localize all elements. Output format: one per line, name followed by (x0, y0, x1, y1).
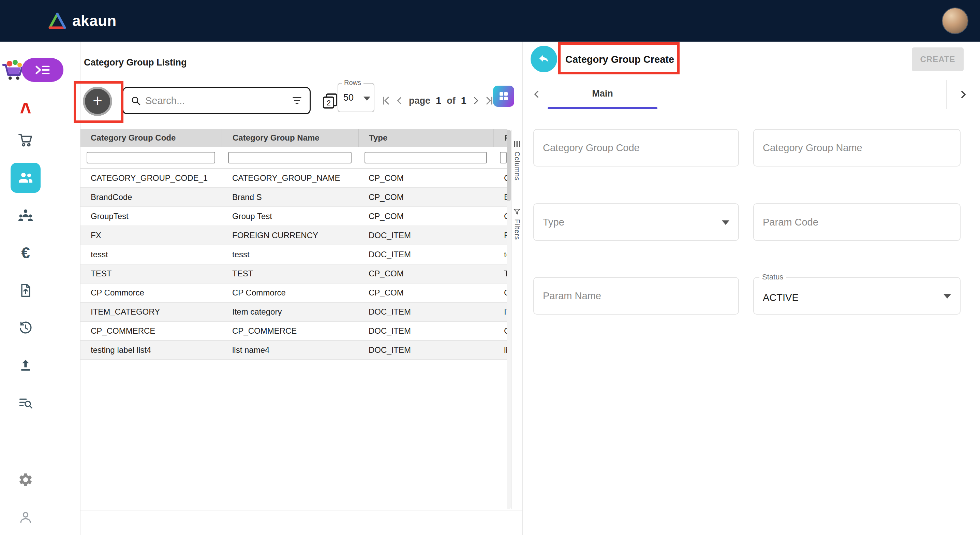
table-body: CATEGORY_GROUP_CODE_1CATEGORY_GROUP_NAME… (81, 169, 508, 359)
table-cell: testing label list4 (81, 340, 222, 359)
sidebar-item-cart[interactable] (13, 127, 38, 153)
column-filter-input[interactable] (228, 152, 352, 163)
table-cell: Group Test (222, 207, 358, 226)
sidebar-item-groups[interactable] (13, 202, 38, 228)
history-icon (18, 320, 33, 335)
table-cell: te (494, 245, 508, 264)
table-cell: CP_COM (358, 264, 494, 283)
next-page-button[interactable] (471, 96, 481, 106)
table-cell: FX (81, 226, 222, 245)
table-cell: CATEGORY_GROUP_CODE_1 (81, 169, 222, 188)
status-value: ACTIVE (763, 281, 799, 314)
table-scrollbar[interactable] (507, 129, 511, 509)
tabs-scroll-right-button[interactable] (946, 80, 980, 109)
table-row[interactable]: CP_COMMERCECP_COMMERCEDOC_ITEMCP (81, 321, 508, 340)
table-row[interactable]: tessttesstDOC_ITEMte (81, 245, 508, 264)
chevron-right-icon (471, 96, 481, 106)
table-row[interactable]: BrandCodeBrand SCP_COMBr (81, 188, 508, 207)
table-cell: GroupTest (81, 207, 222, 226)
column-filter-input[interactable] (500, 152, 507, 163)
category-group-name-input[interactable] (754, 129, 960, 166)
table-cell: CP_COM (358, 283, 494, 302)
menu-toggle-button[interactable] (22, 58, 64, 82)
table-row[interactable]: FXFOREIGN CURRENCYDOC_ITEMFX (81, 226, 508, 245)
tab-bar: Main (524, 80, 980, 109)
menu-expand-icon (35, 65, 50, 75)
sidebar-item-file-upload[interactable] (13, 277, 38, 303)
sidebar-item-contacts[interactable] (11, 163, 41, 193)
chevron-right-icon (958, 89, 969, 100)
sidebar-item-upload[interactable] (13, 353, 38, 378)
sidebar-item-search-list[interactable] (13, 390, 38, 416)
table-cell: tesst (222, 245, 358, 264)
table-row[interactable]: ITEM_CATEGORYItem categoryDOC_ITEMIT (81, 302, 508, 321)
upload-icon (18, 358, 33, 373)
param-code-input[interactable] (754, 204, 960, 240)
sidebar-item-history[interactable] (13, 315, 38, 341)
sidebar-item-pdf[interactable] (13, 95, 38, 121)
columns-rail-toggle[interactable]: Columns (513, 140, 521, 181)
category-group-code-input[interactable] (534, 129, 738, 166)
plus-icon: + (93, 93, 102, 109)
file-upload-icon (18, 283, 33, 298)
sidebar-item-profile[interactable] (13, 504, 38, 530)
category-group-listing-panel: Category Group Listing + 2 Rows 50 (80, 42, 523, 535)
rows-per-page-select[interactable]: Rows 50 (337, 83, 374, 112)
table-cell: TEST (222, 264, 358, 283)
duplicate-view-button[interactable]: 2 (321, 92, 339, 110)
sidebar-item-settings[interactable] (13, 467, 38, 493)
table-cell: CA (494, 169, 508, 188)
column-header[interactable]: Type (358, 129, 494, 147)
first-page-button[interactable] (380, 95, 392, 107)
sidebar-top-widget (0, 57, 68, 84)
search-bar (123, 87, 311, 114)
category-group-code-field (533, 129, 739, 166)
scrollbar-thumb[interactable] (507, 129, 511, 201)
table-row[interactable]: TESTTESTCP_COMTE (81, 264, 508, 283)
table-side-rail: Columns Filters (511, 129, 523, 509)
grid-icon (498, 90, 510, 102)
top-navbar: akaun (0, 0, 980, 42)
user-avatar[interactable] (942, 8, 968, 34)
table-row[interactable]: GroupTestGroup TestCP_COMGr (81, 207, 508, 226)
table-cell: BrandCode (81, 188, 222, 207)
sidebar-item-currency[interactable]: € (13, 240, 38, 266)
table-cell: ITEM_CATEGORY (81, 302, 222, 321)
column-filter-input[interactable] (364, 152, 487, 163)
filters-rail-toggle[interactable]: Filters (513, 208, 521, 240)
table-cell: CP (494, 283, 508, 302)
column-header[interactable]: Category Group Code (81, 129, 222, 147)
columns-rail-label: Columns (513, 152, 521, 181)
search-input[interactable] (145, 95, 287, 107)
column-header[interactable]: Pa (494, 129, 508, 147)
column-filter-input[interactable] (87, 152, 215, 163)
type-select[interactable]: Type (533, 203, 739, 241)
type-placeholder: Type (543, 204, 564, 240)
table-cell: CP_COMMERCE (81, 321, 222, 340)
filter-list-button[interactable] (291, 95, 303, 107)
column-header[interactable]: Category Group Name (222, 129, 358, 147)
add-category-group-button[interactable]: + (85, 89, 110, 114)
tab-main[interactable]: Main (547, 80, 657, 107)
funnel-icon (513, 208, 521, 216)
euro-icon: € (21, 245, 30, 261)
back-button[interactable] (531, 46, 557, 72)
create-button[interactable]: CREATE (912, 48, 964, 71)
svg-text:2: 2 (327, 99, 331, 107)
table-row[interactable]: testing label list4list name4DOC_ITEMlis (81, 340, 508, 359)
logo-triangle-icon (48, 12, 67, 29)
prev-page-button[interactable] (395, 96, 405, 106)
table-row[interactable]: CATEGORY_GROUP_CODE_1CATEGORY_GROUP_NAME… (81, 169, 508, 188)
param-name-input[interactable] (534, 278, 738, 314)
chevron-down-icon (943, 294, 951, 299)
table-row[interactable]: CP CommorceCP CommorceCP_COMCP (81, 283, 508, 302)
table-cell: IT (494, 302, 508, 321)
total-pages: 1 (461, 95, 466, 107)
apps-grid-button[interactable] (493, 86, 514, 107)
status-select[interactable]: Status ACTIVE (753, 277, 961, 315)
rows-value: 50 (344, 93, 353, 103)
table-filter-row (81, 147, 508, 169)
search-icon (130, 95, 141, 106)
tabs-scroll-left-button[interactable] (531, 89, 542, 100)
status-label: Status (759, 273, 786, 281)
